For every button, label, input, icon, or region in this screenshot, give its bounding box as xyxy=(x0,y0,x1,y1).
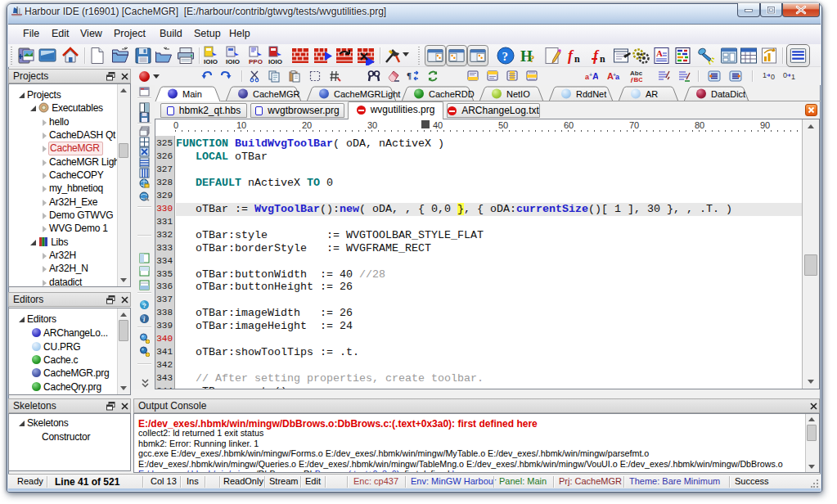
svg-text:1: 1 xyxy=(763,71,767,79)
svg-text:IOIO: IOIO xyxy=(268,58,282,65)
svg-text:PPO: PPO xyxy=(249,58,263,65)
svg-text:CacheRDD: CacheRDD xyxy=(429,89,475,99)
svg-text:n: n xyxy=(574,53,580,65)
svg-text:DataDict: DataDict xyxy=(711,89,745,99)
svg-text:CacheMGR: CacheMGR xyxy=(253,89,300,99)
svg-text:A: A xyxy=(592,71,598,81)
svg-text:CacheMGRLight: CacheMGRLight xyxy=(334,89,400,99)
svg-text:?: ? xyxy=(502,50,509,63)
svg-text:1: 1 xyxy=(791,73,795,81)
svg-text:0: 0 xyxy=(771,73,775,81)
svg-text:a: a xyxy=(615,73,620,81)
svg-text:0: 0 xyxy=(783,71,787,79)
svg-text:IOIO: IOIO xyxy=(226,58,240,65)
svg-text:A: A xyxy=(656,48,663,58)
svg-text:¶: ¶ xyxy=(407,70,412,80)
svg-text:NetIO: NetIO xyxy=(506,89,530,99)
svg-text:RddNet: RddNet xyxy=(576,89,606,99)
svg-text:f: f xyxy=(568,47,574,64)
svg-text:?: ? xyxy=(529,52,535,65)
svg-text:?: ? xyxy=(142,302,146,309)
svg-text:AR: AR xyxy=(646,89,658,99)
svg-text:f: f xyxy=(593,47,600,64)
svg-text:IOIO: IOIO xyxy=(204,58,218,65)
svg-text:ƒBC: ƒBC xyxy=(630,76,642,83)
svg-text:Main: Main xyxy=(182,89,202,99)
svg-text:n: n xyxy=(600,53,605,65)
